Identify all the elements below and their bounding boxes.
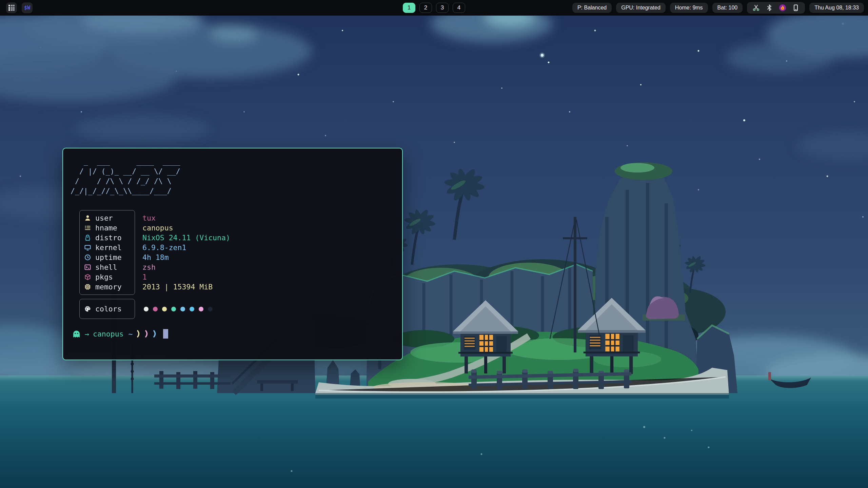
info-label: colors: [95, 305, 122, 313]
palette-dot: [190, 307, 194, 311]
info-row-colors: colors: [80, 304, 135, 314]
info-row-pkgs: pkgs: [80, 272, 135, 282]
palette-dot: [144, 307, 149, 311]
info-label: shell: [95, 263, 117, 271]
package-icon: [84, 273, 91, 281]
palette-dot: [180, 307, 185, 311]
dollar-w-logo: $W: [24, 5, 30, 11]
user-icon: [84, 215, 91, 222]
shell-prompt[interactable]: → canopus ~: [72, 329, 394, 339]
ascii-logo: _ ___ ____ ____ / |/ (_)_ __/ __ \/ __/ …: [71, 157, 394, 196]
fetch-values-column: tux canopus NixOS 24.11 (Vicuna) 6.9.8-z…: [142, 210, 230, 319]
monitor-icon: [84, 244, 91, 251]
info-row-distro: distro: [80, 233, 135, 243]
bar-left: $W: [6, 2, 33, 13]
flame-icon[interactable]: [779, 4, 786, 12]
info-value-distro: NixOS 24.11 (Vicuna): [142, 233, 230, 243]
chevron-icon: [137, 329, 141, 338]
palette-dots: [142, 304, 230, 314]
chip-icon: [84, 283, 91, 290]
terminal-icon: [84, 264, 91, 271]
info-value-user: tux: [142, 213, 230, 223]
palette-dot: [171, 307, 176, 311]
fetch-labels-column: user hname distro kernel: [79, 210, 135, 319]
info-label: user: [95, 214, 113, 222]
app-launcher-button[interactable]: [6, 2, 17, 13]
info-row-hname: hname: [80, 223, 135, 233]
palette-icon: [84, 305, 91, 312]
bluetooth-icon[interactable]: [766, 4, 773, 12]
system-tray: [747, 2, 805, 14]
workspace-button-3[interactable]: 3: [436, 3, 449, 13]
palette-dot: [199, 307, 203, 311]
info-row-shell: shell: [80, 262, 135, 272]
scissors-icon[interactable]: [752, 4, 760, 12]
gpu-module: GPU: Integrated: [616, 3, 666, 13]
info-value-shell: zsh: [142, 262, 230, 272]
info-row-memory: memory: [80, 282, 135, 292]
clock-icon: [84, 254, 91, 261]
info-row-kernel: kernel: [80, 243, 135, 252]
fetch-output: user hname distro kernel: [79, 210, 394, 319]
phone-icon[interactable]: [792, 4, 800, 12]
info-label: kernel: [95, 243, 122, 252]
workspace-switcher: 1 2 3 4: [403, 0, 465, 16]
info-value-uptime: 4h 18m: [142, 252, 230, 262]
info-value-pkgs: 1: [142, 272, 230, 282]
info-label: hname: [95, 224, 117, 232]
prompt-host: canopus: [93, 330, 124, 338]
chevron-icon: [145, 329, 149, 338]
palette-dot: [162, 307, 167, 311]
desktop: $W 1 2 3 4 P: Balanced GPU: Integrated H…: [0, 0, 868, 488]
logo-button[interactable]: $W: [22, 2, 33, 13]
ghost-icon: [72, 329, 81, 339]
terminal-window[interactable]: _ ___ ____ ____ / |/ (_)_ __/ __ \/ __/ …: [62, 148, 403, 360]
palette-dot: [153, 307, 158, 311]
bar-right: P: Balanced GPU: Integrated Home: 9ms Ba…: [572, 2, 864, 14]
hostname-icon: [84, 224, 91, 231]
power-profile-module: P: Balanced: [572, 3, 612, 13]
colors-box: colors: [79, 299, 135, 319]
chevron-icon: [153, 329, 157, 338]
prompt-arrow: →: [85, 330, 89, 338]
info-label: memory: [95, 283, 122, 291]
terminal-cursor: [163, 329, 168, 339]
clock-module: Thu Aug 08, 18:33: [809, 3, 864, 13]
app-grid-icon: [8, 5, 15, 11]
workspace-button-1[interactable]: 1: [403, 3, 415, 13]
penguin-icon: [84, 234, 91, 241]
workspace-button-4[interactable]: 4: [453, 3, 465, 13]
info-row-user: user: [80, 213, 135, 223]
workspace-button-2[interactable]: 2: [419, 3, 432, 13]
ping-module: Home: 9ms: [670, 3, 708, 13]
top-bar: $W 1 2 3 4 P: Balanced GPU: Integrated H…: [0, 0, 868, 16]
prompt-path: ~: [129, 330, 133, 338]
info-label: distro: [95, 233, 122, 242]
battery-module: Bat: 100: [712, 3, 743, 13]
info-label: uptime: [95, 253, 122, 262]
palette-dot: [208, 307, 213, 311]
info-value-kernel: 6.9.8-zen1: [142, 243, 230, 252]
info-value-memory: 2013 | 15394 MiB: [142, 282, 230, 292]
info-value-hname: canopus: [142, 223, 230, 233]
info-row-uptime: uptime: [80, 252, 135, 262]
fetch-info-box: user hname distro kernel: [79, 210, 135, 295]
info-label: pkgs: [95, 273, 113, 281]
